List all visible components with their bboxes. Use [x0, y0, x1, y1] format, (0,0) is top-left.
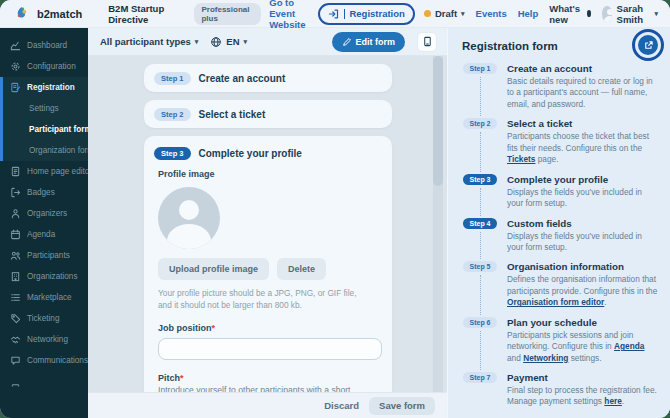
dotted-connector — [480, 188, 481, 216]
sidebar-item-label: Organizers — [27, 209, 67, 218]
user-menu[interactable]: Sarah Smith ▾ — [602, 3, 658, 25]
chat-icon — [10, 355, 21, 366]
whats-new-link[interactable]: What's new — [549, 3, 591, 25]
registration-icon — [10, 82, 21, 93]
sidebar-item-partial[interactable] — [0, 371, 88, 392]
sidebar-item-label: Networking — [27, 335, 68, 344]
preview-step-1-card[interactable]: Step 1 Create an account — [144, 64, 392, 92]
device-preview-button[interactable] — [417, 32, 437, 52]
panel-step-title: Select a ticket — [507, 118, 658, 129]
go-to-event-website-link[interactable]: Go to Event Website — [269, 0, 309, 30]
step-pill: Step 7 — [463, 372, 496, 383]
preview-step-2-card[interactable]: Step 2 Select a ticket — [144, 100, 392, 128]
dotted-connector — [480, 132, 481, 171]
networking-link[interactable]: Networking — [523, 353, 568, 363]
sidebar-item-networking[interactable]: Networking — [0, 329, 88, 350]
language-dropdown[interactable]: EN ▾ — [210, 36, 247, 48]
people-icon — [10, 250, 21, 261]
edit-form-label: Edit form — [356, 37, 396, 47]
event-name: B2M Startup Directive — [108, 3, 186, 25]
scrollbar-thumb[interactable] — [433, 56, 443, 186]
events-link[interactable]: Events — [476, 8, 507, 19]
sidebar-item-label: Badges — [27, 188, 55, 197]
panel-step-desc: Defines the organisation information tha… — [507, 274, 658, 308]
required-asterisk: * — [212, 323, 216, 333]
topbar-right: Go to Event Website Registration Draft ▾… — [269, 0, 658, 30]
organisation-form-editor-link[interactable]: Organisation form editor — [507, 297, 604, 307]
sidebar-item-ticketing[interactable]: Ticketing — [0, 308, 88, 329]
delete-image-button[interactable]: Delete — [277, 258, 326, 280]
registration-nav-item[interactable]: Registration — [320, 5, 412, 23]
sidebar-item-organizers[interactable]: Organizers — [0, 203, 88, 224]
chevron-down-icon: ▾ — [244, 38, 248, 46]
sidebar-item-home-page-editor[interactable]: Home page editor — [0, 161, 88, 182]
sidebar-item-participants[interactable]: Participants — [0, 245, 88, 266]
gear-icon — [10, 61, 21, 72]
panel-step-title: Create an account — [507, 63, 658, 74]
payment-settings-link[interactable]: here — [604, 396, 622, 406]
chevron-down-icon: ▾ — [461, 10, 465, 18]
sidebar-item-participant-form[interactable]: Participant form — [3, 119, 88, 140]
sidebar-item-organizations[interactable]: Organizations — [0, 266, 88, 287]
enter-icon — [328, 8, 340, 20]
open-external-button[interactable] — [638, 35, 658, 55]
panel-step-3: Step 3 Complete your profile Displays th… — [462, 174, 658, 218]
help-link[interactable]: Help — [518, 8, 539, 19]
edit-form-button[interactable]: Edit form — [332, 32, 406, 52]
required-asterisk: * — [180, 373, 184, 383]
upload-profile-image-button[interactable]: Upload profile image — [158, 258, 269, 280]
dashboard-icon — [10, 40, 21, 51]
sidebar-item-communications[interactable]: Communications — [0, 350, 88, 371]
sidebar-item-label: Ticketing — [27, 314, 59, 323]
sidebar-registration-group: Registration Settings Participant form O… — [0, 77, 88, 161]
draft-status-dot — [424, 10, 431, 17]
panel-step-title: Complete your profile — [507, 174, 658, 185]
sidebar-item-marketplace[interactable]: Marketplace — [0, 287, 88, 308]
sidebar: Dashboard Configuration Registration Set… — [0, 28, 88, 418]
calendar-icon — [10, 229, 21, 240]
event-status-dropdown[interactable]: Draft ▾ — [424, 8, 465, 19]
step-title: Create an account — [199, 73, 286, 84]
sidebar-item-label: Communications — [27, 356, 88, 365]
sidebar-item-badges[interactable]: Badges — [0, 182, 88, 203]
annotation-circle-open-button — [632, 29, 664, 61]
sidebar-item-label: Registration — [27, 83, 75, 92]
form-preview-area: Step 1 Create an account Step 2 Select a… — [88, 56, 447, 392]
participant-types-dropdown[interactable]: All participant types ▾ — [100, 36, 198, 47]
document-icon — [10, 166, 21, 177]
sidebar-item-agenda[interactable]: Agenda — [0, 224, 88, 245]
sidebar-item-label: Configuration — [27, 62, 76, 71]
sidebar-item-label: Settings — [29, 104, 59, 113]
step-pill: Step 4 — [463, 218, 496, 229]
step-pill: Step 2 — [154, 108, 191, 121]
sidebar-item-label: Home page editor — [27, 167, 88, 176]
step-pill: Step 1 — [154, 72, 191, 85]
panel-step-title: Payment — [507, 372, 658, 383]
sidebar-item-label: Dashboard — [27, 41, 67, 50]
panel-step-6: Step 6 Plan your schedule Participants p… — [462, 317, 658, 372]
participant-types-label: All participant types — [100, 36, 191, 47]
image-requirements-note: Your profile picture should be a JPG, PN… — [158, 287, 366, 312]
agenda-link[interactable]: Agenda — [614, 341, 644, 351]
ticket-tag-icon — [10, 313, 21, 324]
save-form-button[interactable]: Save form — [369, 397, 435, 415]
profile-image-placeholder — [158, 187, 220, 249]
dotted-connector — [480, 331, 481, 370]
discard-button[interactable]: Discard — [324, 400, 359, 411]
job-position-input[interactable] — [158, 338, 382, 360]
sidebar-item-registration[interactable]: Registration — [3, 77, 88, 98]
sidebar-item-label: Organization form — [29, 146, 88, 155]
brand-wordmark: b2match — [37, 8, 82, 20]
sidebar-item-dashboard[interactable]: Dashboard — [0, 35, 88, 56]
preview-step-3-card: Step 3 Complete your profile Profile ima… — [144, 136, 392, 392]
tickets-link[interactable]: Tickets — [507, 154, 535, 164]
sidebar-item-configuration[interactable]: Configuration — [0, 56, 88, 77]
building-icon — [10, 271, 21, 282]
panel-step-desc: Displays the fields you've included in y… — [507, 187, 658, 210]
sidebar-item-organization-form[interactable]: Organization form — [3, 140, 88, 161]
sidebar-item-settings[interactable]: Settings — [3, 98, 88, 119]
sidebar-item-label: Marketplace — [27, 293, 72, 302]
panel-step-title: Custom fields — [507, 218, 658, 229]
person-icon — [10, 208, 21, 219]
step-title: Select a ticket — [199, 109, 266, 120]
